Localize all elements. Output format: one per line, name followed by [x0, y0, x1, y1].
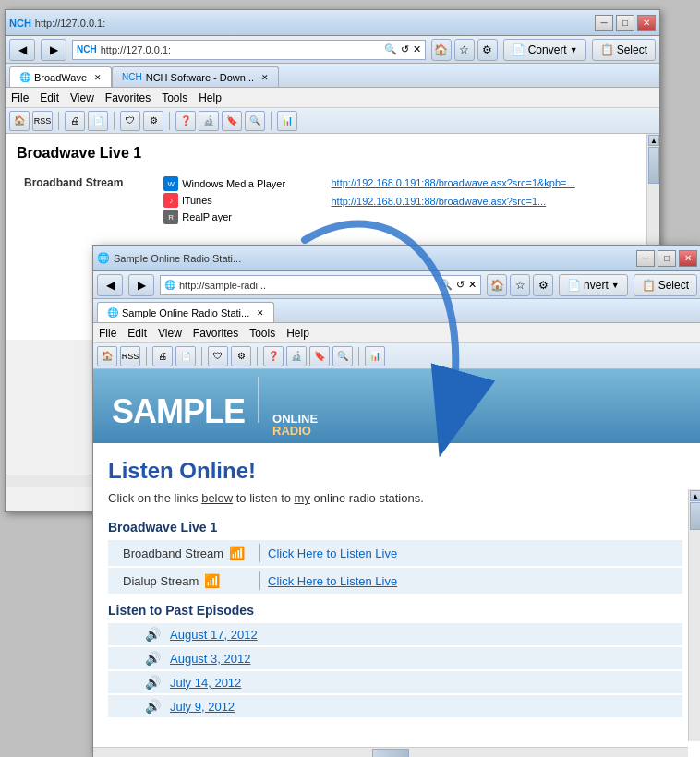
front-minimize-button[interactable]: ─ [636, 250, 655, 267]
back-tab-broadwave[interactable]: 🌐 BroadWave ✕ [9, 66, 112, 87]
st-page-btn[interactable]: 📄 [88, 111, 108, 131]
front-tab-bar: 🌐 Sample Online Radio Stati... ✕ [93, 299, 700, 323]
front-st-extra-btn[interactable]: 📊 [365, 346, 385, 366]
front-st-help-btn[interactable]: ❓ [263, 346, 284, 366]
front-menu-help[interactable]: Help [286, 327, 309, 340]
episode-link-4[interactable]: July 9, 2012 [170, 700, 235, 714]
broadband-divider [259, 544, 260, 562]
stop-icon[interactable]: ✕ [413, 43, 421, 55]
search-icon[interactable]: 🔍 [384, 43, 397, 55]
menu-help[interactable]: Help [199, 91, 222, 104]
st-rss-btn[interactable]: RSS [32, 111, 53, 131]
front-tab-close[interactable]: ✕ [257, 308, 264, 318]
episode-icon-2: 🔊 [145, 651, 161, 666]
front-forward-button[interactable]: ▶ [128, 274, 154, 296]
front-menu-favorites[interactable]: Favorites [193, 327, 238, 340]
front-st-search2-btn[interactable]: 🔍 [332, 346, 353, 366]
back-button[interactable]: ◀ [9, 39, 35, 61]
back-minimize-button[interactable]: ─ [595, 15, 613, 31]
front-favorites-button[interactable]: ☆ [510, 274, 530, 296]
front-settings-button[interactable]: ⚙ [533, 274, 553, 296]
back-close-button[interactable]: ✕ [637, 15, 656, 31]
st-safety-btn[interactable]: 🛡 [120, 111, 140, 131]
back-address-bar[interactable]: NCH http://127.0.0.1: 🔍 ↺ ✕ [72, 40, 426, 60]
front-scrollbar-thumb[interactable] [690, 502, 700, 530]
logo-online-text: ONLINE [272, 413, 318, 425]
front-titlebar: 🌐 Sample Online Radio Stati... ─ □ ✕ [93, 246, 700, 271]
st-research-btn[interactable]: 🔬 [199, 111, 219, 131]
select-button[interactable]: 📋 Select [592, 39, 656, 61]
front-st-page-btn[interactable]: 📄 [175, 346, 196, 366]
convert-button[interactable]: 📄 Convert ▼ [503, 39, 586, 61]
episode-icon-1: 🔊 [145, 627, 161, 642]
st-extra-btn[interactable]: 📊 [277, 111, 297, 131]
back-titlebar: NCH http://127.0.0.1: ─ □ ✕ [6, 10, 659, 36]
episode-link-1[interactable]: August 17, 2012 [170, 628, 258, 642]
front-refresh-icon[interactable]: ↺ [456, 279, 465, 291]
front-st-print-btn[interactable]: 🖨 [152, 346, 173, 366]
convert-icon: 📄 [512, 43, 525, 56]
tab-close-nch[interactable]: ✕ [261, 73, 269, 82]
front-search-icon[interactable]: 🔍 [440, 279, 453, 291]
front-st-bookmark-btn[interactable]: 🔖 [309, 346, 330, 366]
episode-link-3[interactable]: July 14, 2012 [170, 676, 241, 690]
front-st-research-btn[interactable]: 🔬 [286, 346, 307, 366]
back-maximize-button[interactable]: □ [616, 15, 634, 31]
st-bookmark-btn[interactable]: 🔖 [222, 111, 242, 131]
settings-button[interactable]: ⚙ [477, 39, 498, 61]
front-home-button[interactable]: 🏠 [487, 274, 507, 296]
home-button[interactable]: 🏠 [431, 39, 452, 61]
front-st-home-btn[interactable]: 🏠 [97, 346, 117, 366]
front-convert-dropdown-icon[interactable]: ▼ [611, 281, 620, 290]
front-scrollbar-x[interactable] [93, 747, 688, 757]
menu-edit[interactable]: Edit [40, 91, 59, 104]
stream-link-1[interactable]: http://192.168.0.191:88/broadwave.asx?sr… [332, 177, 575, 188]
back-toolbar: ◀ ▶ NCH http://127.0.0.1: 🔍 ↺ ✕ 🏠 ☆ ⚙ 📄 … [6, 36, 659, 64]
st-tools2-btn[interactable]: ⚙ [143, 111, 163, 131]
back-secondary-toolbar: 🏠 RSS 🖨 📄 🛡 ⚙ ❓ 🔬 🔖 🔍 📊 [6, 108, 659, 134]
front-menu-view[interactable]: View [158, 327, 182, 340]
back-menu-bar: File Edit View Favorites Tools Help [6, 88, 659, 108]
front-browser-title: Sample Online Radio Stati... [114, 253, 241, 264]
st-search2-btn[interactable]: 🔍 [245, 111, 265, 131]
front-menu-file[interactable]: File [99, 327, 116, 340]
front-st-tools2-btn[interactable]: ⚙ [231, 346, 251, 366]
dialup-listen-link[interactable]: Click Here to Listen Live [268, 574, 397, 588]
menu-file[interactable]: File [11, 91, 29, 104]
episode-row-1: 🔊 August 17, 2012 [108, 623, 682, 645]
broadband-listen-link[interactable]: Click Here to Listen Live [268, 547, 397, 560]
st-help-btn[interactable]: ❓ [175, 111, 196, 131]
front-convert-button[interactable]: 📄 nvert ▼ [559, 274, 628, 296]
dialup-divider [259, 571, 260, 590]
forward-button[interactable]: ▶ [41, 39, 66, 61]
front-menu-tools[interactable]: Tools [249, 327, 275, 340]
st-print-btn[interactable]: 🖨 [65, 111, 85, 131]
front-close-button[interactable]: ✕ [679, 250, 697, 267]
st-home-btn[interactable]: 🏠 [9, 111, 30, 131]
favorites-button[interactable]: ☆ [454, 39, 475, 61]
front-scrollbar-y[interactable]: ▲ [688, 489, 700, 741]
episode-link-2[interactable]: August 3, 2012 [170, 652, 250, 666]
menu-favorites[interactable]: Favorites [105, 91, 151, 104]
front-tab-radio[interactable]: 🌐 Sample Online Radio Stati... ✕ [97, 302, 274, 322]
menu-tools[interactable]: Tools [162, 91, 187, 104]
front-tab-icon: 🌐 [107, 307, 118, 318]
front-stop-icon[interactable]: ✕ [468, 279, 477, 291]
convert-dropdown-icon[interactable]: ▼ [570, 45, 578, 54]
front-st-safety-btn[interactable]: 🛡 [208, 346, 228, 366]
back-scrollbar-thumb[interactable] [648, 147, 659, 184]
front-maximize-button[interactable]: □ [658, 250, 676, 267]
stream-link-2[interactable]: http://192.168.0.191:88/broadwave.asx?sr… [332, 196, 547, 207]
back-tab-nch[interactable]: NCH NCH Software - Down... ✕ [112, 66, 279, 87]
front-st-rss-btn[interactable]: RSS [120, 346, 140, 366]
menu-view[interactable]: View [70, 91, 94, 104]
front-page-content: Listen Online! Click on the links below … [93, 443, 700, 757]
refresh-icon[interactable]: ↺ [401, 43, 409, 55]
tab-close-broadwave[interactable]: ✕ [94, 73, 102, 82]
front-select-button[interactable]: 📋 Select [634, 274, 697, 296]
front-menu-edit[interactable]: Edit [127, 327, 147, 340]
front-browser-icon: 🌐 [97, 252, 110, 264]
front-browser-icon-small: 🌐 [164, 280, 175, 290]
front-address-bar[interactable]: 🌐 http://sample-radi... 🔍 ↺ ✕ [160, 275, 481, 295]
front-back-button[interactable]: ◀ [97, 274, 123, 296]
